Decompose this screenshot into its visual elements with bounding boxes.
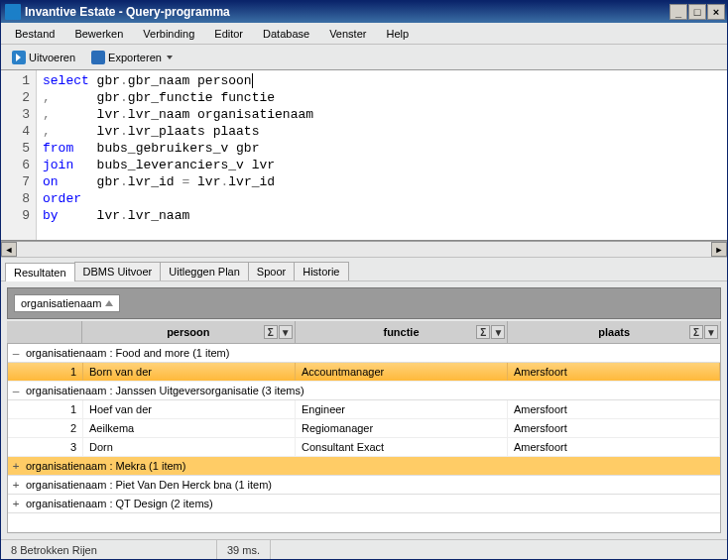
column-headers: persoonΣ▼functieΣ▼plaatsΣ▼ bbox=[7, 321, 721, 344]
app-window: Invantive Estate - Query-programma _ □ ×… bbox=[0, 0, 728, 560]
export-button[interactable]: Exporteren bbox=[84, 48, 180, 67]
cell-persoon: Born van der bbox=[83, 363, 296, 381]
filter-icon[interactable]: ▼ bbox=[704, 325, 718, 339]
cell-functie: Regiomanager bbox=[296, 419, 508, 437]
group-label: organisatienaam : QT Design (2 items) bbox=[24, 498, 213, 509]
run-label: Uitvoeren bbox=[29, 52, 75, 63]
results-tabs: ResultatenDBMS UitvoerUitleggen PlanSpoo… bbox=[1, 257, 727, 280]
titlebar[interactable]: Invantive Estate - Query-programma _ □ × bbox=[1, 1, 727, 23]
expand-icon[interactable]: + bbox=[8, 479, 24, 492]
scroll-right-button[interactable]: ► bbox=[711, 242, 727, 257]
code-area[interactable]: select gbr.gbr_naam persoon, gbr.gbr_fun… bbox=[37, 70, 727, 240]
menubar: BestandBewerkenVerbindingEditorDatabaseV… bbox=[1, 23, 727, 45]
app-icon bbox=[5, 4, 21, 20]
group-header[interactable]: +organisatienaam : Mekra (1 item) bbox=[8, 457, 720, 476]
statusbar: 8 Betrokken Rijen 39 ms. bbox=[1, 539, 727, 559]
cell-persoon: Aeilkema bbox=[83, 419, 296, 437]
toolbar: Uitvoeren Exporteren bbox=[1, 45, 727, 70]
column-header-functie[interactable]: functieΣ▼ bbox=[296, 321, 509, 343]
export-label: Exporteren bbox=[108, 52, 162, 63]
cell-persoon: Dorn bbox=[83, 438, 296, 456]
cell-functie: Consultant Exact bbox=[296, 438, 508, 456]
cell-persoon: Hoef van der bbox=[83, 400, 296, 418]
line-gutter: 123456789 bbox=[1, 70, 37, 240]
filter-icon[interactable]: ▼ bbox=[491, 325, 505, 339]
column-label: functie bbox=[383, 326, 419, 338]
cell-plaats: Amersfoort bbox=[508, 363, 720, 381]
group-chip-label: organisatienaam bbox=[21, 297, 101, 309]
table-row[interactable]: 1Hoef van derEngineerAmersfoort bbox=[8, 400, 720, 419]
chevron-down-icon bbox=[167, 56, 173, 59]
column-header-persoon[interactable]: persoonΣ▼ bbox=[82, 321, 296, 343]
save-icon bbox=[91, 51, 105, 64]
column-header-plaats[interactable]: plaatsΣ▼ bbox=[508, 321, 721, 343]
sql-editor[interactable]: 123456789 select gbr.gbr_naam persoon, g… bbox=[1, 70, 727, 241]
menu-help[interactable]: Help bbox=[376, 25, 419, 43]
play-icon bbox=[12, 51, 26, 64]
cell-plaats: Amersfoort bbox=[508, 400, 720, 418]
cell-functie: Engineer bbox=[296, 400, 508, 418]
minimize-button[interactable]: _ bbox=[669, 4, 687, 20]
table-row[interactable]: 2AeilkemaRegiomanagerAmersfoort bbox=[8, 419, 720, 438]
cell-plaats: Amersfoort bbox=[508, 438, 720, 456]
status-time: 39 ms. bbox=[217, 540, 271, 559]
scroll-left-button[interactable]: ◄ bbox=[1, 242, 17, 257]
menu-verbinding[interactable]: Verbinding bbox=[133, 25, 204, 43]
cell-plaats: Amersfoort bbox=[508, 419, 720, 437]
window-title: Invantive Estate - Query-programma bbox=[25, 5, 230, 19]
tab-uitleggen-plan[interactable]: Uitleggen Plan bbox=[160, 262, 249, 280]
row-number: 1 bbox=[24, 400, 83, 418]
row-number: 2 bbox=[24, 419, 83, 437]
tab-spoor[interactable]: Spoor bbox=[248, 262, 295, 280]
tab-historie[interactable]: Historie bbox=[294, 262, 348, 280]
editor-hscroll[interactable]: ◄ ► bbox=[1, 241, 727, 257]
cell-functie: Accountmanager bbox=[296, 363, 508, 381]
filter-icon[interactable]: ▼ bbox=[279, 325, 293, 339]
sum-icon[interactable]: Σ bbox=[476, 325, 490, 339]
column-label: persoon bbox=[167, 326, 209, 338]
menu-bewerken[interactable]: Bewerken bbox=[64, 25, 133, 43]
run-button[interactable]: Uitvoeren bbox=[5, 48, 82, 67]
status-rows: 8 Betrokken Rijen bbox=[1, 540, 217, 559]
sum-icon[interactable]: Σ bbox=[689, 325, 703, 339]
collapse-icon[interactable]: – bbox=[8, 385, 24, 397]
tab-resultaten[interactable]: Resultaten bbox=[5, 263, 75, 281]
menu-venster[interactable]: Venster bbox=[319, 25, 376, 43]
group-header[interactable]: +organisatienaam : Piet Van Den Herck bn… bbox=[8, 476, 720, 495]
group-label: organisatienaam : Mekra (1 item) bbox=[24, 460, 185, 472]
sum-icon[interactable]: Σ bbox=[264, 325, 278, 339]
group-chip[interactable]: organisatienaam bbox=[14, 294, 120, 312]
menu-editor[interactable]: Editor bbox=[204, 25, 253, 43]
results-grid[interactable]: –organisatienaam : Food and more (1 item… bbox=[7, 344, 721, 533]
close-button[interactable]: × bbox=[707, 4, 725, 20]
expand-icon[interactable]: + bbox=[8, 498, 24, 510]
group-header[interactable]: +organisatienaam : QT Design (2 items) bbox=[8, 495, 720, 513]
table-row[interactable]: 3DornConsultant ExactAmersfoort bbox=[8, 438, 720, 457]
grouping-bar[interactable]: organisatienaam bbox=[7, 287, 721, 319]
group-label: organisatienaam : Food and more (1 item) bbox=[24, 347, 229, 359]
tab-dbms-uitvoer[interactable]: DBMS Uitvoer bbox=[74, 262, 162, 280]
row-number: 3 bbox=[24, 438, 83, 456]
menu-database[interactable]: Database bbox=[253, 25, 319, 43]
group-header[interactable]: –organisatienaam : Janssen Uitgeversorga… bbox=[8, 382, 720, 400]
collapse-icon[interactable]: – bbox=[8, 347, 24, 360]
results-panel: organisatienaam persoonΣ▼functieΣ▼plaats… bbox=[1, 280, 727, 539]
scroll-track[interactable] bbox=[17, 242, 711, 257]
expand-icon[interactable]: + bbox=[8, 460, 24, 473]
table-row[interactable]: 1Born van derAccountmanagerAmersfoort bbox=[8, 363, 720, 382]
maximize-button[interactable]: □ bbox=[688, 4, 706, 20]
group-label: organisatienaam : Piet Van Den Herck bna… bbox=[24, 479, 272, 491]
row-number: 1 bbox=[24, 363, 83, 381]
menu-bestand[interactable]: Bestand bbox=[5, 25, 64, 43]
group-header[interactable]: –organisatienaam : Food and more (1 item… bbox=[8, 344, 720, 363]
sort-asc-icon bbox=[105, 300, 113, 306]
group-label: organisatienaam : Janssen Uitgeversorgan… bbox=[24, 385, 304, 396]
column-label: plaats bbox=[598, 326, 630, 338]
